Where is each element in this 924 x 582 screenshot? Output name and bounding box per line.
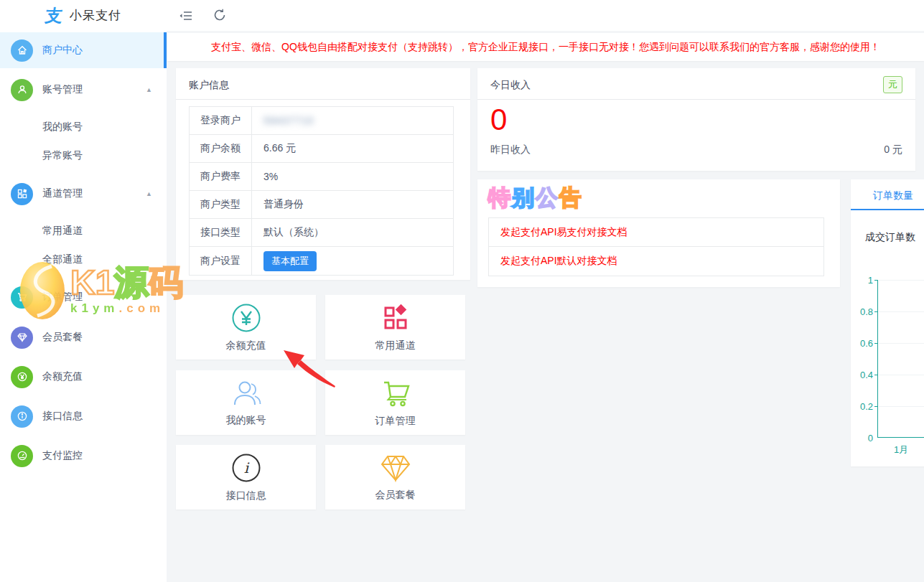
- user-icon: [11, 79, 33, 101]
- table-row: 商户类型 普通身份: [190, 191, 453, 219]
- gauge-icon: [11, 445, 33, 467]
- sidebar-item-label: 余额充值: [42, 370, 83, 383]
- table-row: 登录商户 59437710: [190, 107, 453, 135]
- table-row: 商户设置 基本配置: [190, 247, 453, 275]
- basic-config-button[interactable]: 基本配置: [263, 251, 317, 271]
- announcement-title: 特别公告: [488, 183, 583, 213]
- grid-diamond-icon: [381, 303, 411, 333]
- panel-title: 今日收入: [490, 79, 531, 92]
- divider: [477, 99, 915, 100]
- sidebar-item-label: 商户中心: [42, 44, 83, 57]
- x-tick-january: 1月: [894, 443, 908, 456]
- sidebar-item-all-channels[interactable]: 全部通道: [0, 245, 167, 274]
- unit-badge: 元: [883, 76, 902, 93]
- sidebar-item-label: 账号管理: [42, 83, 83, 96]
- sidebar-item-merchant-center[interactable]: 商户中心: [0, 32, 167, 68]
- order-count-panel: 订单数量 成交订单数 1 0.8 0.6 0.4 0.2 0 1月: [851, 179, 924, 466]
- sidebar-item-order-management[interactable]: 订单管理: [0, 279, 167, 315]
- account-table: 登录商户 59437710 商户余额 6.66 元 商户费率 3% 商户类型 普…: [189, 106, 454, 276]
- sidebar-item-label: 支付监控: [42, 449, 83, 462]
- sidebar-item-label: 我的账号: [42, 121, 83, 133]
- sidebar-item-my-account[interactable]: 我的账号: [0, 113, 167, 141]
- chevron-up-icon: ▲: [146, 190, 152, 197]
- sidebar-item-label: 常用通道: [42, 225, 83, 238]
- sidebar-item-membership-packages[interactable]: 会员套餐: [0, 319, 167, 355]
- svg-text:i: i: [243, 459, 249, 477]
- tile-membership-packages[interactable]: 会员套餐: [325, 445, 465, 510]
- masked-merchant-id: 59437710: [263, 115, 314, 126]
- topbar: [167, 0, 924, 31]
- sidebar-item-label: 会员套餐: [42, 331, 83, 344]
- brand-logo-icon: 支: [44, 4, 64, 27]
- collapse-menu-icon[interactable]: [178, 8, 194, 24]
- chevron-up-icon: ▲: [146, 86, 152, 93]
- y-tick: 0.6: [851, 338, 873, 349]
- today-income-panel: 今日收入 元 0 昨日收入 0 元: [477, 68, 915, 171]
- notice-bar: 支付宝、微信、QQ钱包自由搭配对接支付（支持跳转），官方企业正规接口，一手接口无…: [167, 33, 924, 61]
- tile-api-info[interactable]: i 接口信息: [176, 445, 316, 510]
- announcement-panel: 特别公告 发起支付API易支付对接文档 发起支付API默认对接文档: [477, 179, 840, 287]
- sidebar-item-label: 异常账号: [42, 149, 83, 162]
- tile-common-channels[interactable]: 常用通道: [325, 295, 465, 360]
- yesterday-income-value: 0 元: [884, 144, 902, 156]
- table-row: 接口类型 默认（系统）: [190, 219, 453, 247]
- tile-order-management[interactable]: 订单管理: [325, 370, 465, 435]
- sidebar-item-channel-management[interactable]: 通道管理 ▲: [0, 176, 167, 212]
- table-row: 商户费率 3%: [190, 163, 453, 191]
- sidebar-item-abnormal-account[interactable]: 异常账号: [0, 141, 167, 170]
- list-item: 发起支付API默认对接文档: [489, 247, 823, 276]
- sidebar-item-balance-recharge[interactable]: 余额充值: [0, 359, 167, 395]
- y-tick: 0: [851, 433, 873, 443]
- cart-outline-icon: [380, 378, 411, 408]
- gem-icon: [11, 327, 33, 349]
- sidebar: 支 小呆支付 商户中心 账号管理 ▲ 我的账号 异常账号 通道管理 ▲ 常用通道…: [0, 0, 167, 582]
- sidebar-item-label: 订单管理: [42, 291, 83, 304]
- divider: [176, 99, 470, 100]
- yen-circle-icon: [231, 303, 261, 333]
- sidebar-item-account-management[interactable]: 账号管理 ▲: [0, 72, 167, 108]
- coin-icon: [11, 366, 33, 388]
- announcement-list: 发起支付API易支付对接文档 发起支付API默认对接文档: [488, 217, 824, 276]
- chart-series-label: 成交订单数: [865, 231, 915, 244]
- announcement-link-yipay-doc[interactable]: 发起支付API易支付对接文档: [500, 226, 627, 239]
- today-income-value: 0: [490, 103, 507, 137]
- list-item: 发起支付API易支付对接文档: [489, 218, 823, 247]
- account-info-panel: 账户信息 登录商户 59437710 商户余额 6.66 元 商户费率 3% 商…: [176, 68, 470, 280]
- sidebar-item-payment-monitor[interactable]: 支付监控: [0, 438, 167, 474]
- sidebar-item-label: 全部通道: [42, 253, 83, 266]
- sidebar-item-label: 接口信息: [42, 410, 83, 423]
- home-icon: [11, 39, 33, 62]
- sidebar-item-label: 通道管理: [42, 187, 83, 200]
- sidebar-item-api-info[interactable]: 接口信息: [0, 398, 167, 434]
- tile-my-account[interactable]: 我的账号: [176, 370, 316, 435]
- sidebar-item-common-channels[interactable]: 常用通道: [0, 217, 167, 245]
- announcement-link-default-doc[interactable]: 发起支付API默认对接文档: [500, 255, 617, 268]
- yesterday-income-label: 昨日收入: [490, 144, 531, 156]
- notice-text: 支付宝、微信、QQ钱包自由搭配对接支付（支持跳转），官方企业正规接口，一手接口无…: [211, 41, 880, 54]
- app-title: 小呆支付: [70, 7, 121, 24]
- tab-order-count[interactable]: 订单数量: [873, 189, 913, 202]
- tab-underline: [851, 209, 924, 210]
- main-content: 支付宝、微信、QQ钱包自由搭配对接支付（支持跳转），官方企业正规接口，一手接口无…: [167, 31, 924, 582]
- panel-title: 账户信息: [189, 79, 229, 92]
- order-count-chart: 1 0.8 0.6 0.4 0.2 0 1月: [877, 280, 924, 438]
- y-tick: 1: [851, 275, 873, 286]
- user-outline-icon: [230, 379, 262, 408]
- tile-balance-recharge[interactable]: 余额充值: [176, 295, 316, 360]
- y-tick: 0.2: [851, 401, 873, 412]
- channels-icon: [11, 183, 33, 205]
- table-row: 商户余额 6.66 元: [190, 135, 453, 163]
- info-circle-icon: i: [231, 453, 261, 483]
- gem-outline-icon: [379, 454, 412, 482]
- y-tick: 0.4: [851, 370, 873, 380]
- info-icon: [11, 405, 33, 428]
- app-logo: 支 小呆支付: [0, 0, 167, 31]
- refresh-icon[interactable]: [213, 8, 228, 24]
- y-tick: 0.8: [851, 306, 873, 317]
- cart-icon: [11, 286, 33, 309]
